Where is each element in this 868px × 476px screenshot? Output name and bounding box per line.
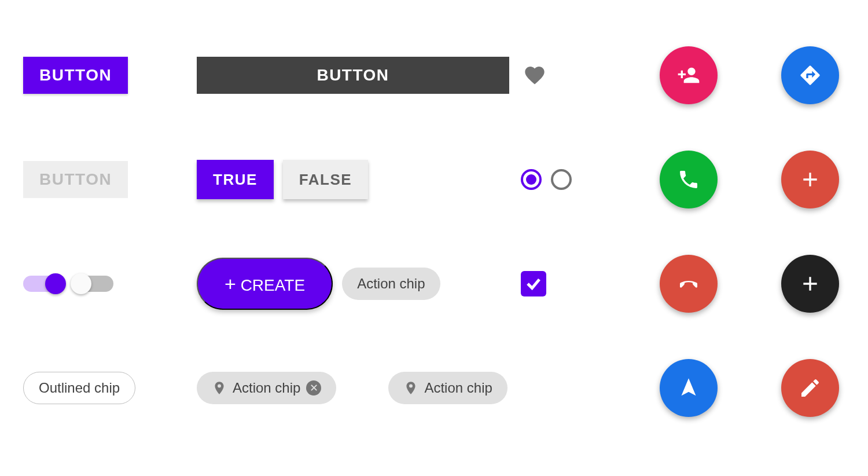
fab-navigate[interactable] bbox=[660, 359, 718, 417]
switch-thumb bbox=[45, 273, 66, 294]
location-pin-icon bbox=[212, 380, 227, 396]
primary-button[interactable]: BUTTON bbox=[23, 57, 128, 94]
phone-icon bbox=[677, 168, 700, 191]
plus-icon bbox=[799, 168, 822, 191]
action-chip-closable[interactable]: Action chip ✕ bbox=[197, 372, 336, 404]
disabled-button: BUTTON bbox=[23, 161, 128, 198]
action-chip[interactable]: Action chip bbox=[342, 268, 440, 300]
check-icon bbox=[525, 275, 542, 292]
plus-icon: + bbox=[225, 273, 236, 295]
chip-label: Action chip bbox=[233, 380, 300, 396]
fab-hangup[interactable] bbox=[660, 255, 718, 313]
radio-unselected[interactable] bbox=[551, 169, 572, 190]
edit-icon bbox=[799, 376, 822, 400]
fab-add-red[interactable] bbox=[781, 151, 839, 208]
action-chip-pin[interactable]: Action chip bbox=[388, 372, 507, 404]
switch-on[interactable] bbox=[23, 276, 64, 292]
fab-person-add[interactable] bbox=[660, 46, 718, 104]
close-icon[interactable]: ✕ bbox=[306, 380, 321, 396]
hangup-icon bbox=[677, 272, 700, 295]
fab-add-black[interactable] bbox=[781, 255, 839, 313]
create-label: CREATE bbox=[241, 276, 306, 294]
navigate-icon bbox=[677, 376, 700, 400]
favorite-button[interactable] bbox=[521, 61, 549, 89]
fab-phone[interactable] bbox=[660, 151, 718, 208]
plus-icon bbox=[799, 272, 822, 295]
radio-selected[interactable] bbox=[521, 169, 542, 190]
dark-button[interactable]: BUTTON bbox=[197, 57, 509, 94]
fab-edit[interactable] bbox=[781, 359, 839, 417]
switch-thumb bbox=[71, 273, 91, 294]
location-pin-icon bbox=[403, 380, 418, 396]
chip-label: Action chip bbox=[424, 380, 492, 396]
toggle-true-button[interactable]: TRUE bbox=[197, 160, 274, 199]
directions-icon bbox=[799, 64, 822, 87]
switch-off[interactable] bbox=[73, 276, 113, 292]
heart-icon bbox=[523, 64, 546, 87]
toggle-false-button[interactable]: FALSE bbox=[283, 160, 368, 199]
create-extended-fab[interactable]: + CREATE bbox=[197, 258, 333, 310]
checkbox-checked[interactable] bbox=[521, 271, 546, 296]
outlined-chip[interactable]: Outlined chip bbox=[23, 372, 135, 404]
person-add-icon bbox=[677, 64, 700, 87]
fab-directions[interactable] bbox=[781, 46, 839, 104]
